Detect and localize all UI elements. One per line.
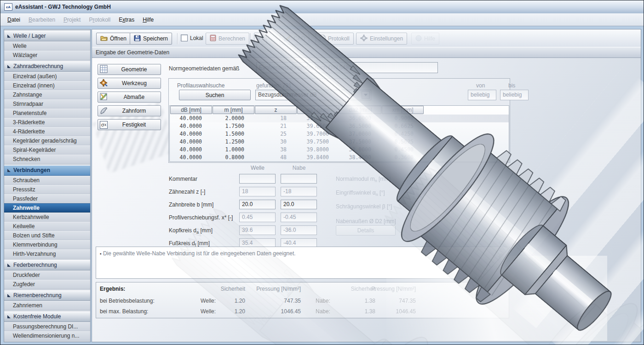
sidebar-item-hirth-verzahnung[interactable]: Hirth-Verzahnung [4,249,90,259]
sidebar-item-waelzlager[interactable]: Wälzlager [4,51,90,60]
abmasse-button[interactable]: Abmaße [98,92,161,103]
sidebar-header-riemenberechnung[interactable]: Riemenberechnung [4,290,90,301]
norm-combobox[interactable]: Evolventenzahnprofile nach DIN 5480 [256,62,438,73]
cad-pencil-icon [284,35,291,43]
sidebar-item-zahnriemen[interactable]: Zahnriemen [4,301,90,310]
welle-pressung-value: 1046.45 [243,308,301,315]
profile-search-group: Profilauswahlsuche gefunden: 791 von bis… [168,78,510,163]
open-button[interactable]: Öffnen [96,33,131,45]
kommentar-nabe-field[interactable] [281,174,317,184]
sidebar-item-keilwelle[interactable]: Keilwelle [4,222,90,231]
sigma-icon: σx [100,121,108,129]
sidebar-item-einzelrad-aussen[interactable]: Einzelrad (außen) [4,72,90,81]
bis-field[interactable]: beliebig [500,90,529,100]
zaehnezahl-nabe-field: -18 [281,187,317,196]
local-checkbox-label: Lokal [190,35,203,41]
welle-pressung-value: 747.35 [243,298,301,304]
column-header-m[interactable]: m [mm] [213,106,254,114]
results-box: Ergebnis: Sicherheit Pressung [N/mm²] Si… [96,282,509,318]
expand-triangle-icon [7,169,11,172]
search-button[interactable]: Suchen [179,90,251,100]
nabe-pressung-value: 747.35 [358,298,416,304]
sidebar-item-passungsberechnung[interactable]: Passungsberechnung DI... [4,322,90,331]
sidebar-item-klemmverbindung[interactable]: Klemmverbindung [4,240,90,249]
sidebar-item-bolzen-stifte[interactable]: Bolzen und Stifte [4,231,90,240]
column-header-da2[interactable]: da2 [mm] [339,106,381,114]
table-row[interactable]: 40.00002.00001839.600036.00000.9000 [170,115,509,122]
sidebar-item-wellendimensionierung[interactable]: Wellendimensionierung n... [4,331,90,340]
details-button: Details [336,225,396,236]
sidebar-item-planetenstufe[interactable]: Planetenstufe [4,109,90,118]
zahnbreite-welle-field[interactable]: 20.0 [239,200,276,209]
sidebar-item-zahnwelle[interactable]: Zahnwelle [4,203,90,213]
tool-gear-icon [100,79,108,88]
sidebar-item-stirnradpaar[interactable]: Stirnradpaar [4,99,90,109]
pressung-header-nabe: Pressung [N/mm²] [358,286,416,292]
sidebar-item-kegelraeder[interactable]: Kegelräder gerade/schräg [4,136,90,145]
zahnform-button[interactable]: Zahnform [98,105,161,116]
sidebar-item-schnecken[interactable]: Schnecken [4,155,90,164]
sidebar-item-zahnstange[interactable]: Zahnstange [4,90,90,99]
sidebar-item-3-raederkette[interactable]: 3-Räderkette [4,118,90,127]
nabe-label: Nabe: [316,308,330,315]
settings-button: Einstellungen [356,33,407,45]
menu-extras[interactable]: Extras [115,15,138,25]
sidebar-item-druckfeder[interactable]: Druckfeder [4,270,90,280]
sidebar-item-presssitz[interactable]: Presssitz [4,185,90,194]
sidebar-item-schrauben[interactable]: Schrauben [4,176,90,185]
sidebar-item-spiral-kegelraeder[interactable]: Spiral-Kegelräder [4,145,90,155]
expand-triangle-icon [7,264,11,267]
sidebar-item-passfeder[interactable]: Passfeder [4,194,90,203]
main-panel: Öffnen Speichern Lokal Berechnen ↶ CAD [92,29,641,342]
table-row[interactable]: 40.00000.80004839.840038.40000.3600 [170,154,509,161]
geometrie-button[interactable]: Geometrie [98,64,161,75]
save-button[interactable]: Speichern [130,33,172,45]
menu-datei[interactable]: Datei [3,15,24,25]
section-title: Eingabe der Geometrie-Daten [96,49,169,56]
kopfkreis-welle-field: 39.6 [239,225,276,235]
nabe-label: Nabe: [316,298,330,304]
found-count: gefunden: 791 [256,82,292,89]
local-checkbox[interactable] [181,34,188,41]
sidebar-header-kostenfreie-module[interactable]: Kostenfreie Module [4,311,90,322]
sidebar-item-4-raederkette[interactable]: 4-Räderkette [4,127,90,136]
table-header-row: dB [mm] m [mm] z da1 [mm] da2 [mm] xm [m… [170,106,509,114]
sidebar-item-zugfeder[interactable]: Zugfeder [4,280,90,289]
kommentar-welle-field[interactable] [239,174,276,184]
search-criterion-combobox[interactable]: Bezugsdurchmesser dB [255,90,371,100]
column-header-xm[interactable]: xm [mm] [382,106,424,114]
undo-icon: ↶ [258,35,263,42]
column-header-da1[interactable]: da1 [mm] [297,106,339,114]
sidebar-header-federberechnung[interactable]: Federberechnung [4,260,90,270]
welle-sicherheit-value: 1.20 [199,308,245,315]
menu-hilfe[interactable]: Hilfe [138,15,158,25]
sidebar-item-kerbzahnwelle[interactable]: Kerbzahnwelle [4,213,90,222]
nabe-column-header: Nabe [281,165,317,171]
column-header-z[interactable]: z [255,106,297,114]
document-icon [320,34,326,43]
nabenaussen-label: Nabenaußen Ø D2 [mm] [336,218,396,225]
eingriffswinkel-label: Eingriffswinkel αn [°] [336,190,385,197]
sidebar-item-einzelrad-innen[interactable]: Einzelrad (innen) [4,81,90,90]
app-window: eA eAssistant - GWJ Technology GmbH Date… [0,0,644,345]
table-row[interactable]: 40.00001.75002139.650036.50000.6625 [170,122,509,130]
help-icon [415,35,422,43]
sidebar-header-verbindungen[interactable]: Verbindungen [4,165,90,176]
festigkeit-button[interactable]: σx Festigkeit [98,119,161,130]
help-button: Hilfe [411,33,439,45]
column-header-db[interactable]: dB [mm] [170,106,212,114]
table-row[interactable]: 40.00001.25003039.750037.50000.5625 [170,138,509,146]
menu-bearbeiten: Bearbeiten [24,15,59,25]
sidebar-header-welle-lager[interactable]: Welle / Lager [4,31,90,41]
protocol-button: Protokoll [316,33,354,45]
table-row[interactable]: 40.00001.50002539.700037.00000.4250 [170,130,509,138]
gear-tooth-icon [100,106,108,116]
zahnbreite-nabe-field[interactable]: 20.0 [281,200,317,209]
table-row[interactable]: 40.00001.00003839.800038.00000.4500 [170,146,509,154]
sidebar-header-zahnradberechnung[interactable]: Zahnradberechnung [4,61,90,72]
werkzeug-button[interactable]: Werkzeug [98,78,161,89]
von-field[interactable]: beliebig [468,90,496,100]
sidebar-item-welle[interactable]: Welle [4,41,90,51]
chevron-down-icon[interactable] [362,91,370,99]
menu-protokoll: Protokoll [85,15,115,25]
